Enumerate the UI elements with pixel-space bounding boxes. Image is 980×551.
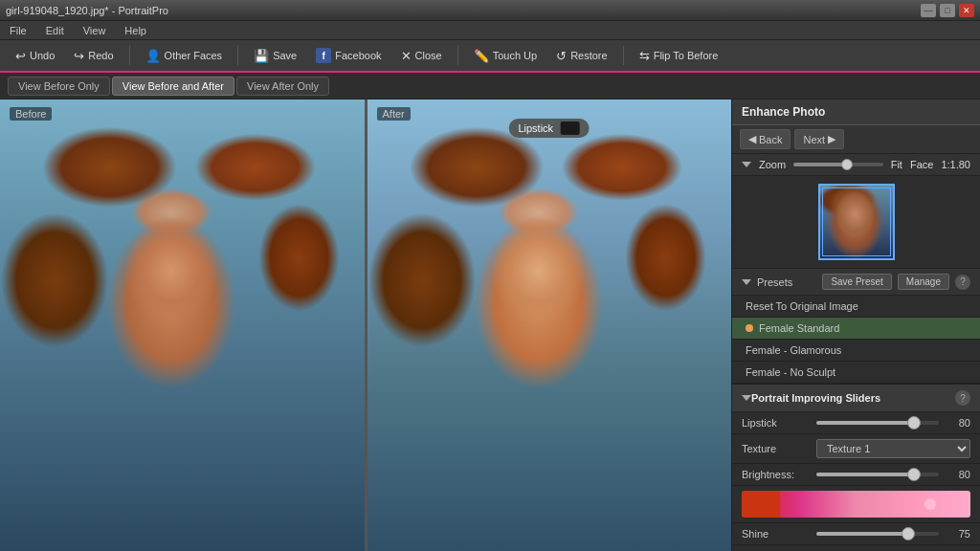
save-button[interactable]: 💾 Save xyxy=(246,45,304,67)
minimize-button[interactable]: — xyxy=(921,4,936,17)
flip-icon: ⇆ xyxy=(639,49,650,63)
preset-female-standard-label: Female Standard xyxy=(759,322,839,334)
close-button[interactable]: ✕ Close xyxy=(393,45,450,67)
zoom-slider[interactable] xyxy=(793,163,883,166)
texture-label: Texture xyxy=(742,443,809,454)
restore-button[interactable]: ↺ Restore xyxy=(548,45,615,67)
next-button[interactable]: Next ▶ xyxy=(794,129,844,149)
preset-female-no-sculpt[interactable]: Female - No Sculpt xyxy=(732,362,980,384)
fit-label[interactable]: Fit xyxy=(891,159,902,170)
enhance-header: Enhance Photo xyxy=(732,99,980,125)
brightness-slider-value: 80 xyxy=(947,469,970,480)
before-panel: Before xyxy=(0,99,365,551)
brush-icon: ✏️ xyxy=(474,49,489,63)
restore-icon: ↺ xyxy=(556,49,567,63)
title-bar: girl-919048_1920.jpg* - PortraitPro — □ … xyxy=(0,0,980,21)
image-area: Before After Lipstick xyxy=(0,99,731,551)
brightness-slider-label: Brightness: xyxy=(742,469,809,480)
color-bar-left xyxy=(742,491,780,518)
preset-reset[interactable]: Reset To Original Image xyxy=(732,296,980,318)
toolbar-separator-2 xyxy=(237,46,238,65)
preset-female-glamorous[interactable]: Female - Glamorous xyxy=(732,340,980,362)
toolbar-separator-1 xyxy=(129,46,130,65)
redo-icon: ↪ xyxy=(74,49,84,63)
shine-slider-value: 75 xyxy=(947,528,970,540)
preset-female-no-sculpt-label: Female - No Sculpt xyxy=(746,366,835,378)
color-gradient-bar[interactable] xyxy=(742,491,970,518)
menu-view[interactable]: View xyxy=(79,23,110,38)
preset-female-standard[interactable]: Female Standard xyxy=(732,318,980,340)
toolbar-separator-4 xyxy=(623,46,624,65)
thumbnail-area xyxy=(732,176,980,269)
undo-button[interactable]: ↩ Undo xyxy=(8,45,62,67)
after-label: After xyxy=(377,107,411,121)
facebook-button[interactable]: f Facebook xyxy=(308,44,389,67)
presets-expand-icon[interactable] xyxy=(742,279,751,285)
hair-before-overlay xyxy=(0,99,365,551)
lipstick-slider-label: Lipstick xyxy=(742,417,809,429)
zoom-value: 1:1.80 xyxy=(941,159,970,170)
lipstick-slider-track[interactable] xyxy=(816,421,939,425)
before-label: Before xyxy=(10,107,52,121)
save-preset-button[interactable]: Save Preset xyxy=(822,274,891,290)
before-image xyxy=(0,99,365,551)
zoom-triangle-icon xyxy=(742,162,751,167)
sliders-expand-icon[interactable] xyxy=(742,395,751,401)
maximize-button[interactable]: □ xyxy=(940,4,955,17)
texture-select[interactable]: Texture 1 xyxy=(816,439,970,458)
preset-dot-icon xyxy=(746,324,753,332)
lipstick-color-swatch[interactable] xyxy=(561,121,580,135)
lipstick-slider-fill xyxy=(816,421,914,425)
view-bar: View Before Only View Before and After V… xyxy=(0,73,980,99)
shine-slider-thumb[interactable] xyxy=(902,527,915,540)
thumbnail-border xyxy=(822,187,891,256)
brightness-slider-track[interactable] xyxy=(816,473,939,476)
shine-slider-row: Shine 75 xyxy=(732,523,980,545)
face-thumbnail xyxy=(818,184,895,260)
lipstick-tooltip: Lipstick xyxy=(508,119,590,138)
redo-button[interactable]: ↪ Redo xyxy=(66,45,121,67)
zoom-row: Zoom Fit Face 1:1.80 xyxy=(732,154,980,176)
preset-reset-label: Reset To Original Image xyxy=(746,300,858,312)
lipstick-slider-thumb[interactable] xyxy=(907,416,921,430)
preset-female-glamorous-label: Female - Glamorous xyxy=(746,344,841,356)
window-close-button[interactable]: ✕ xyxy=(959,4,974,17)
back-button[interactable]: ◀ Back xyxy=(740,129,791,149)
menu-edit[interactable]: Edit xyxy=(42,23,68,38)
view-after-only-button[interactable]: View After Only xyxy=(236,77,329,96)
back-arrow-icon: ◀ xyxy=(748,133,756,145)
next-arrow-icon: ▶ xyxy=(828,133,835,145)
presets-header: Presets Save Preset Manage ? xyxy=(732,269,980,296)
main-content: Before After Lipstick Enhance Photo xyxy=(0,99,980,551)
menu-file[interactable]: File xyxy=(6,23,31,38)
lipstick-slider-row: Lipstick 80 xyxy=(732,412,980,434)
menu-help[interactable]: Help xyxy=(121,23,150,38)
sliders-help-button[interactable]: ? xyxy=(955,390,970,406)
other-faces-button[interactable]: 👤 Other Faces xyxy=(138,45,231,67)
after-image xyxy=(368,99,732,551)
view-before-only-button[interactable]: View Before Only xyxy=(8,77,110,96)
close-icon: ✕ xyxy=(401,49,412,63)
flip-to-before-button[interactable]: ⇆ Flip To Before xyxy=(632,45,726,67)
view-before-and-after-button[interactable]: View Before and After xyxy=(112,77,234,96)
right-panel: Enhance Photo ◀ Back Next ▶ Zoom Fit Fac… xyxy=(731,99,980,551)
enhance-title: Enhance Photo xyxy=(742,105,825,119)
toolbar-separator-3 xyxy=(457,46,458,65)
window-controls: — □ ✕ xyxy=(921,4,974,17)
facebook-icon: f xyxy=(316,48,331,63)
shine-slider-track[interactable] xyxy=(816,532,939,536)
presets-label: Presets xyxy=(757,276,816,288)
texture-row: Texture Texture 1 xyxy=(732,434,980,464)
face-label[interactable]: Face xyxy=(910,159,933,170)
shine-slider-fill xyxy=(816,532,908,536)
window-title: girl-919048_1920.jpg* - PortraitPro xyxy=(6,5,921,16)
manage-presets-button[interactable]: Manage xyxy=(898,274,949,290)
lipstick-slider-value: 80 xyxy=(947,417,970,429)
zoom-label: Zoom xyxy=(759,159,786,170)
zoom-thumb[interactable] xyxy=(841,159,853,170)
brightness-slider-thumb[interactable] xyxy=(907,468,921,481)
cursor-indicator xyxy=(924,498,936,510)
presets-help-button[interactable]: ? xyxy=(955,275,970,290)
after-panel: After Lipstick xyxy=(368,99,732,551)
touch-up-button[interactable]: ✏️ Touch Up xyxy=(466,45,545,67)
